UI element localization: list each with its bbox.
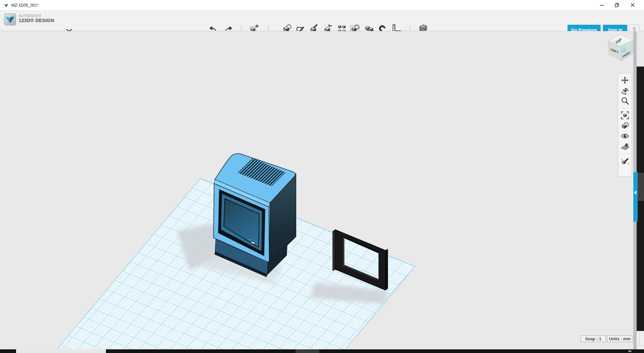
visibility-button[interactable]: [620, 131, 630, 141]
restore-button[interactable]: [612, 1, 622, 9]
taskbar-active-app-segment[interactable]: [16, 349, 106, 353]
panel-expand-handle[interactable]: [633, 172, 638, 222]
brand-text: AUTODESK® 123D® DESIGN: [19, 14, 54, 23]
sketch-snap-icon: [621, 156, 629, 165]
close-button[interactable]: [627, 1, 638, 9]
material-cube-sphere-icon: [621, 121, 629, 130]
3d-viewport[interactable]: [0, 31, 644, 349]
grid-visibility-icon: [621, 142, 629, 151]
app-logo-tile: [4, 13, 16, 25]
view-toolbar: [618, 73, 632, 176]
brand-company: AUTODESK®: [19, 14, 54, 18]
taskbar-app-segment[interactable]: [296, 349, 319, 353]
desktop: { "window": { "title": "MZ-1D05_001*", "…: [0, 0, 644, 353]
view-toolbar-separator: [620, 153, 630, 154]
zoom-fit-brackets-icon: [621, 111, 629, 120]
app-logo-triangle-icon: [4, 13, 16, 25]
zoom-magnifier-icon: [621, 97, 629, 105]
snap-setting-box[interactable]: Snap : 1: [581, 335, 606, 342]
document-title: MZ-1D05_001*: [11, 3, 38, 8]
view-toolbar-separator: [620, 108, 630, 108]
close-icon: [630, 3, 635, 7]
minimize-button[interactable]: [597, 1, 607, 9]
orbit-button[interactable]: [620, 86, 630, 95]
main-toolbar: AUTODESK® 123D® DESIGN: [0, 11, 644, 31]
viewport-area[interactable]: TOP LEFT FRONT: [0, 31, 644, 349]
expand-left-arrow-icon: [634, 191, 636, 195]
zoom-button[interactable]: [620, 96, 630, 106]
window-titlebar[interactable]: MZ-1D05_001*: [0, 0, 644, 11]
orbit-cube-icon: [621, 86, 629, 95]
os-taskbar[interactable]: [0, 349, 644, 353]
grid-visibility-button[interactable]: [620, 142, 630, 151]
crt-monitor-model[interactable]: [213, 153, 296, 277]
restore-icon: [615, 3, 619, 7]
snap-settings-button[interactable]: [620, 156, 630, 165]
materials-button[interactable]: [620, 121, 630, 130]
taskbar-glyph: [628, 350, 631, 352]
fit-view-button[interactable]: [620, 111, 630, 120]
eye-icon: [621, 132, 629, 140]
collapsed-panel-sliver: [638, 173, 644, 201]
units-setting-box[interactable]: Units : mm: [607, 335, 633, 342]
bottom-right-corner: [637, 331, 644, 349]
minimize-icon: [600, 3, 604, 7]
pan-arrows-icon: [621, 76, 629, 85]
app-logo-icon: [3, 2, 9, 8]
brand-product: 123D® DESIGN: [19, 18, 54, 23]
pan-button[interactable]: [620, 76, 630, 85]
